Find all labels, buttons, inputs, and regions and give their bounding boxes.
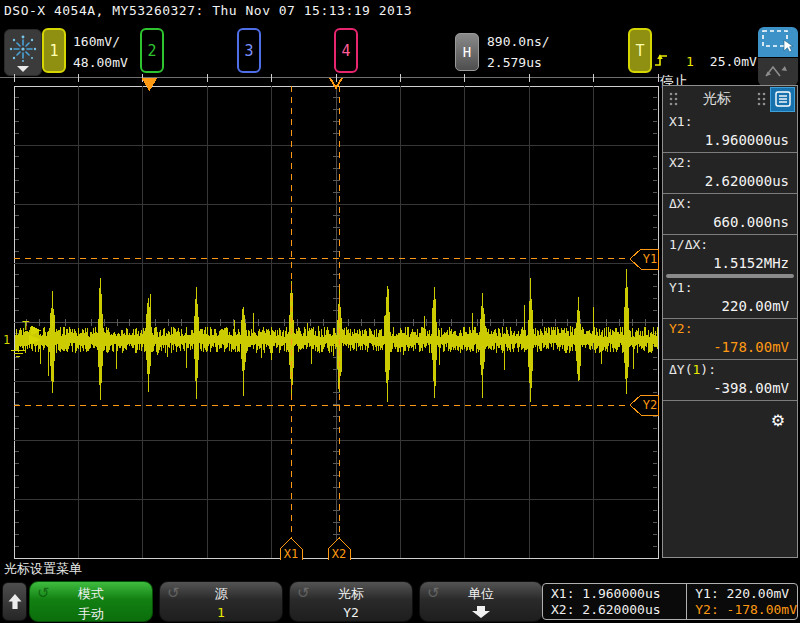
cursor-panel-item: Y2:-178.00mV [663, 319, 797, 360]
chevron-down-icon [6, 64, 40, 74]
back-button[interactable] [2, 582, 27, 621]
spark-icon [5, 32, 41, 62]
channel-4-button[interactable]: 4 [334, 28, 358, 73]
panel-menu-button[interactable] [770, 87, 795, 112]
cycle-icon: ↺ [167, 584, 180, 602]
menu-title: 光标设置菜单 [4, 560, 82, 578]
y-cursor-readout: Y1: 220.00mVY2: -178.00mV [687, 584, 797, 619]
control-bar: 1 160mV/48.00mV 2 3 4 H 890.0ns/2.579us … [0, 20, 800, 76]
cursor-panel: 光标 X1:1.960000usX2:2.620000usΔX:660.000n… [662, 85, 798, 558]
svg-text:T: T [22, 319, 29, 333]
oscilloscope-screen: DSO-X 4054A, MY53260327: Thu Nov 07 15:1… [0, 0, 800, 623]
settings-gear-icon[interactable]: ⚙ [663, 401, 797, 430]
softkey-2[interactable]: ↺源1 [159, 581, 283, 622]
cursor-panel-item: Y1:220.00mV [663, 278, 797, 319]
horizontal-button[interactable]: H [455, 33, 479, 71]
menu-icon [774, 90, 792, 108]
channel-1-button[interactable]: 1 [42, 28, 66, 73]
cycle-icon: ↺ [297, 584, 310, 602]
softkey-3[interactable]: ↺光标Y2 [289, 581, 413, 622]
drag-grip-icon [756, 91, 766, 107]
softkey-bar: ↺模式手动↺源1↺光标Y2↺单位 X1: 1.960000usX2: 2.620… [0, 580, 800, 623]
cycle-icon: ↺ [37, 584, 50, 602]
cursor-panel-header[interactable]: 光标 [663, 86, 797, 112]
down-arrow-icon [468, 605, 494, 619]
trigger-readout: 1 25.0mV [654, 52, 757, 70]
trigger-source: 1 [686, 54, 694, 69]
x-cursor-readout: X1: 1.960000usX2: 2.620000us [543, 584, 687, 619]
svg-text:Y1: Y1 [643, 252, 657, 266]
panel-title: 光标 [678, 90, 756, 108]
svg-text:X2: X2 [332, 547, 346, 560]
cursor-panel-item: X1:1.960000us [663, 112, 797, 153]
rising-edge-icon [654, 52, 669, 70]
svg-text:X1: X1 [284, 547, 298, 560]
softkey-1[interactable]: ↺模式手动 [29, 581, 153, 622]
selection-tool-button[interactable] [758, 27, 798, 57]
pan-zoom-icon [758, 58, 796, 84]
trigger-button[interactable]: T [628, 28, 652, 73]
channel-2-button[interactable]: 2 [140, 28, 164, 73]
cursor-panel-item: ΔX:660.000ns [663, 194, 797, 235]
cursor-panel-item: X2:2.620000us [663, 153, 797, 194]
brand-logo-button[interactable] [4, 29, 42, 76]
channel-1-readout: 160mV/48.00mV [73, 31, 128, 73]
svg-text:Y2: Y2 [643, 398, 657, 412]
cycle-icon: ↺ [427, 584, 440, 602]
channel-3-button[interactable]: 3 [237, 28, 261, 73]
trigger-level: 25.0mV [710, 54, 757, 69]
svg-text:1: 1 [3, 333, 10, 347]
cursor-panel-item: 1/ΔX:1.5152MHz [663, 235, 797, 273]
selection-rect-icon [758, 27, 796, 55]
pan-zoom-button[interactable] [758, 58, 798, 86]
softkey-4[interactable]: ↺单位 [419, 581, 543, 622]
up-arrow-icon [7, 593, 23, 611]
cursor-readout-box: X1: 1.960000usX2: 2.620000us Y1: 220.00m… [542, 583, 798, 620]
title-bar: DSO-X 4054A, MY53260327: Thu Nov 07 15:1… [0, 0, 800, 20]
waveform-display[interactable]: X1X2Y1Y2T1 [0, 74, 662, 560]
horizontal-readout: 890.0ns/2.579us [487, 31, 550, 73]
drag-grip-icon [668, 91, 678, 107]
cursor-panel-item: ΔY(1):-398.00mV [663, 360, 797, 401]
